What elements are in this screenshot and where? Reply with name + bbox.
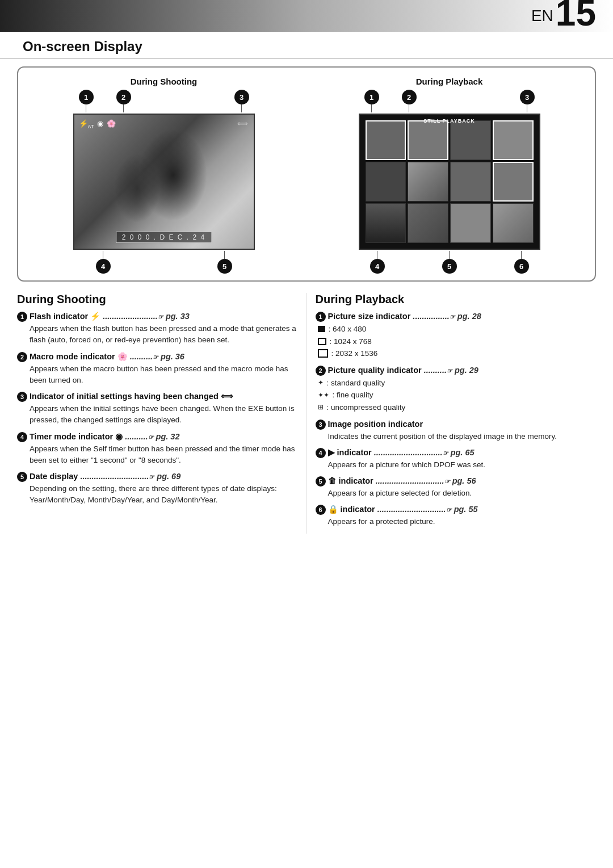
shooting-body-3: Appears when the initial settings have b… (17, 403, 298, 426)
shooting-item-1: 1 Flash indicator ⚡ ....................… (17, 312, 298, 346)
playback-item-5-heading: 5 🗑 indicator ..........................… (316, 476, 597, 487)
playback-diagram-label: During Playback (416, 77, 483, 86)
size-icon-small (318, 326, 325, 332)
shooting-num-5: 5 (17, 472, 27, 482)
shooting-item-4: 4 Timer mode indicator ◉ ..........☞ pg.… (17, 432, 298, 467)
playback-num-5: 5 (316, 476, 326, 487)
shooting-num-3: 3 (17, 392, 27, 402)
header-bar: EN 15 (0, 0, 613, 32)
shooting-num-2: 2 (17, 352, 27, 362)
shooting-panel: During Shooting 1 2 3 ⚡AT ◉ 🌸 (30, 77, 298, 275)
shooting-callout-3: 3 (234, 90, 249, 104)
playback-item-4-heading: 4 ▶ indicator ..........................… (316, 448, 597, 458)
playback-num-3: 3 (316, 420, 326, 430)
shooting-pg-5: ..............................☞ pg. 69 (80, 472, 180, 481)
playback-pg-4: ..............................☞ pg. 65 (374, 448, 475, 457)
shooting-section-title: During Shooting (17, 293, 298, 306)
playback-pg-2: ..........☞ pg. 29 (424, 366, 478, 375)
playback-callout-6: 6 (514, 259, 529, 274)
playback-callout-4: 4 (370, 259, 385, 274)
playback-num-4: 4 (316, 448, 326, 458)
col-divider (306, 293, 307, 534)
playback-item-6: 6 🔒 indicator ..........................… (316, 505, 597, 527)
playback-pg-1: ................☞ pg. 28 (413, 312, 481, 321)
shooting-num-1: 1 (17, 312, 27, 322)
shooting-callout-2: 2 (116, 90, 131, 104)
shooting-callouts-top: 1 2 3 (73, 90, 255, 112)
playback-section-title: During Playback (316, 293, 597, 306)
shooting-item-5: 5 Date display .........................… (17, 472, 298, 506)
content-area: During Shooting 1 Flash indicator ⚡ ....… (0, 293, 613, 534)
shooting-item-3: 3 Indicator of initial settings having b… (17, 392, 298, 426)
shooting-pg-4: ..........☞ pg. 32 (125, 432, 179, 441)
playback-item-2: 2 Picture quality indicator ..........☞ … (316, 366, 597, 414)
shooting-item-2-heading: 2 Macro mode indicator 🌸 ..........☞ pg.… (17, 352, 298, 362)
playback-sublist-1: : 640 x 480 : 1024 x 768 : 2032 x 1536 (316, 323, 597, 360)
shooting-item-1-heading: 1 Flash indicator ⚡ ....................… (17, 312, 298, 322)
shooting-callouts-bottom: 4 5 (73, 251, 255, 274)
playback-callout-3: 3 (520, 90, 535, 104)
playback-item-3: 3 Image position indicator Indicates the… (316, 420, 597, 442)
playback-body-5: Appears for a picture selected for delet… (316, 488, 597, 499)
shooting-icon-tr: ⟺ (237, 119, 248, 128)
pb-header-text: STILL PLAYBACK (423, 118, 475, 124)
playback-callout-5: 5 (442, 259, 457, 274)
shooting-item-2: 2 Macro mode indicator 🌸 ..........☞ pg.… (17, 352, 298, 387)
shooting-image: ⚡AT ◉ 🌸 ⟺ 2 0 0 0 . D E C . 2 4 (73, 114, 255, 250)
playback-callout-1: 1 (364, 90, 379, 104)
playback-image: STILL PLAYBACK (359, 114, 540, 250)
shooting-diagram-label: During Shooting (131, 77, 197, 86)
date-display: 2 0 0 0 . D E C . 2 4 (116, 232, 212, 243)
playback-item-3-heading: 3 Image position indicator (316, 420, 597, 430)
playback-body-6: Appears for a protected picture. (316, 516, 597, 527)
playback-body-3: Indicates the current position of the di… (316, 431, 597, 442)
during-playback-col: During Playback 1 Picture size indicator… (316, 293, 597, 534)
shooting-pg-1: ........................☞ pg. 33 (103, 312, 190, 321)
playback-callouts-top: 1 2 3 (359, 90, 540, 112)
playback-pg-5: ..............................☞ pg. 56 (376, 476, 476, 485)
playback-body-4: Appears for a picture for which DPOF was… (316, 459, 597, 471)
shooting-body-5: Depending on the setting, there are thre… (17, 483, 298, 506)
playback-num-6: 6 (316, 505, 326, 515)
shooting-item-4-heading: 4 Timer mode indicator ◉ ..........☞ pg.… (17, 432, 298, 442)
playback-callouts-bottom: 4 5 6 (359, 251, 540, 274)
shooting-item-3-heading: 3 Indicator of initial settings having b… (17, 392, 298, 402)
shooting-pg-2: ..........☞ pg. 36 (130, 352, 184, 361)
shooting-body-1: Appears when the flash button has been p… (17, 323, 298, 346)
shooting-body-2: Appears when the macro button has been p… (17, 363, 298, 387)
size-icon-large (318, 349, 328, 358)
en-label: EN (531, 7, 553, 25)
playback-item-2-heading: 2 Picture quality indicator ..........☞ … (316, 366, 597, 376)
playback-num-2: 2 (316, 366, 326, 376)
page-title: On-screen Display (0, 32, 613, 58)
playback-callout-2: 2 (402, 90, 417, 104)
pb-grid (366, 120, 534, 243)
size-icon-medium (318, 338, 326, 345)
playback-panel: During Playback 1 2 3 STILL PLAYBACK (315, 77, 583, 275)
shooting-num-4: 4 (17, 432, 27, 442)
playback-item-1-heading: 1 Picture size indicator ...............… (316, 312, 597, 322)
quality-icon-std: ✦ (318, 378, 324, 388)
playback-item-6-heading: 6 🔒 indicator ..........................… (316, 505, 597, 515)
diagram-box: During Shooting 1 2 3 ⚡AT ◉ 🌸 (17, 66, 596, 282)
shooting-item-5-heading: 5 Date display .........................… (17, 472, 298, 482)
shooting-callout-4: 4 (96, 259, 111, 274)
quality-icon-fine: ✦✦ (318, 390, 329, 401)
quality-icon-uncomp: ⊞ (318, 402, 324, 413)
playback-sublist-2: ✦ : standard quality ✦✦ : fine quality ⊞… (316, 377, 597, 414)
playback-item-5: 5 🗑 indicator ..........................… (316, 476, 597, 499)
playback-num-1: 1 (316, 312, 326, 322)
playback-item-4: 4 ▶ indicator ..........................… (316, 448, 597, 471)
shooting-icons: ⚡AT ◉ 🌸 (79, 119, 116, 129)
shooting-body-4: Appears when the Self timer button has b… (17, 443, 298, 467)
playback-item-1: 1 Picture size indicator ...............… (316, 312, 597, 360)
shooting-callout-1: 1 (79, 90, 94, 104)
playback-pg-6: ..............................☞ pg. 55 (377, 505, 478, 514)
page-number: 15 (556, 0, 596, 31)
shooting-callout-5: 5 (217, 259, 232, 274)
during-shooting-col: During Shooting 1 Flash indicator ⚡ ....… (17, 293, 298, 534)
